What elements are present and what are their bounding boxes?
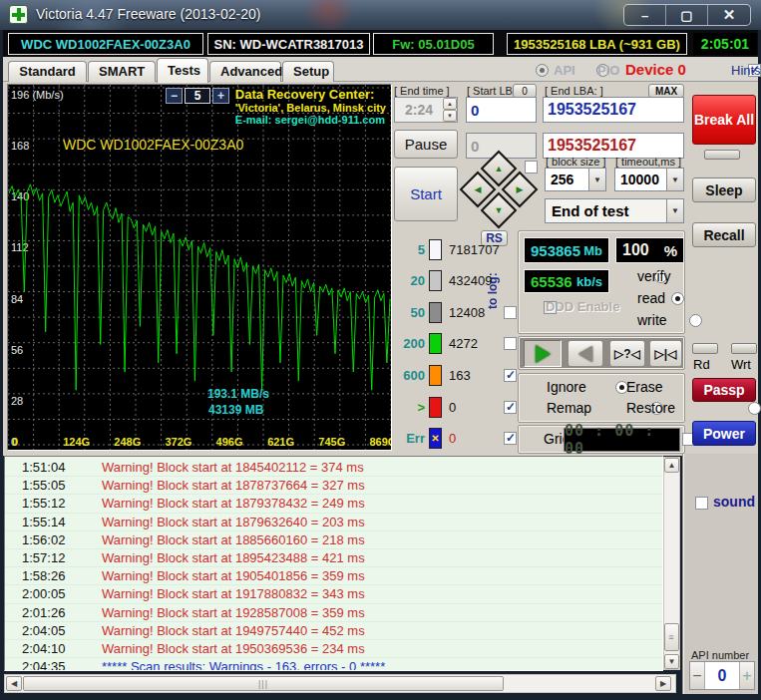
log-time: 2:01:26	[22, 605, 74, 620]
tab-tests[interactable]: Tests	[157, 58, 208, 83]
latency-count: 432409	[442, 273, 502, 288]
latency-threshold-label: 200	[395, 336, 425, 351]
sleep-button[interactable]: Sleep	[692, 177, 756, 202]
after-test-dropdown-icon[interactable]: ▼	[666, 199, 683, 222]
log-time: 1:51:04	[22, 460, 74, 475]
restore-radio[interactable]	[748, 402, 761, 415]
svg-text:28: 28	[11, 395, 23, 407]
app-icon	[9, 5, 28, 24]
end-lba-input[interactable]	[543, 97, 684, 123]
svg-text:0: 0	[12, 436, 18, 448]
graph-zoom-level: 5	[185, 88, 210, 104]
latency-count: 0	[442, 400, 502, 415]
after-test-action-dropdown[interactable]: End of test ▼	[545, 198, 684, 223]
hints-label: Hints	[731, 63, 761, 78]
log-horizontal-scrollbar[interactable]: ◀ ||| ▶	[4, 674, 676, 693]
maximize-button[interactable]: ▢	[666, 5, 708, 25]
seek-right-icon: ▶	[509, 178, 531, 200]
start-button[interactable]: Start	[394, 167, 458, 221]
pause-button[interactable]: Pause	[394, 130, 458, 159]
passp-button[interactable]: Passp	[692, 378, 756, 402]
busy-indicator	[704, 150, 740, 160]
sound-label: sound	[713, 494, 755, 510]
latency-log-checkbox[interactable]	[504, 369, 517, 382]
log-vertical-scrollbar[interactable]: ▲ ≡ ▼	[663, 457, 680, 670]
skip-to-defect-button[interactable]: ▷?◁	[609, 340, 645, 367]
drive-firmware: Fw: 05.01D05	[373, 33, 494, 55]
tab-smart[interactable]: SMART	[88, 61, 156, 82]
log-scroll-left-icon[interactable]: ◀	[6, 676, 22, 691]
timeout-dropdown[interactable]: 10000 ▼	[614, 168, 684, 191]
log-hthumb-grip: |||	[258, 679, 268, 689]
minimize-button[interactable]: –	[624, 5, 666, 25]
play-button[interactable]	[524, 340, 562, 367]
api-minus-button[interactable]: −	[690, 662, 705, 689]
skip-to-end-button[interactable]: ▷|◁	[649, 340, 682, 367]
latency-threshold-label: 600	[395, 368, 425, 383]
api-number-value: 0	[705, 662, 739, 689]
latency-threshold-label: Err	[395, 431, 425, 446]
api-radio[interactable]	[536, 64, 549, 77]
end-time-spinner[interactable]: 2:24 ▲ ▼	[394, 97, 458, 123]
log-scroll-thumb[interactable]: ≡	[664, 623, 679, 651]
log-row: 2:04:05 Warning! Block start at 19497574…	[5, 622, 662, 640]
break-all-button[interactable]: Break All	[692, 95, 756, 145]
countdown-timer: 00 : 00 : 00	[564, 428, 680, 452]
tab-standard[interactable]: Standard	[8, 61, 87, 82]
end-time-up-icon[interactable]: ▲	[443, 98, 457, 110]
svg-text:372G: 372G	[165, 436, 191, 448]
svg-text:621G: 621G	[267, 436, 294, 448]
end-lba-label: [ End LBA: ]	[545, 85, 603, 97]
block-size-dropdown[interactable]: 256 ▼	[545, 168, 606, 191]
power-button[interactable]: Power	[692, 421, 756, 446]
log-time: 1:57:12	[22, 550, 74, 565]
latency-row: 20 432409	[395, 269, 517, 293]
tab-setup[interactable]: Setup	[282, 61, 334, 82]
graph-zoom-out-button[interactable]: −	[166, 88, 183, 104]
block-size-dropdown-icon[interactable]: ▼	[588, 169, 605, 190]
log-message: Warning! Block start at 1879632640 = 203…	[102, 515, 365, 529]
sound-checkbox[interactable]	[695, 497, 708, 510]
log-row: 1:51:04 Warning! Block start at 18454021…	[5, 459, 662, 477]
graph-zoom-in-button[interactable]: +	[212, 88, 229, 104]
close-button[interactable]: ✕	[708, 5, 750, 25]
log-scroll-down-icon[interactable]: ▼	[664, 654, 679, 669]
step-back-icon	[578, 346, 592, 362]
latency-log-checkbox[interactable]	[504, 401, 517, 414]
latency-row: 5 7181707	[395, 237, 517, 261]
step-back-button[interactable]	[568, 340, 603, 367]
api-plus-button[interactable]: +	[739, 662, 754, 689]
speed-unit: kb/s	[576, 274, 602, 289]
end-time-label: [ End time ]	[394, 85, 450, 97]
write-radio[interactable]	[689, 314, 702, 327]
log-area: 1:51:04 Warning! Block start at 18454021…	[4, 456, 663, 671]
log-message: Warning! Block start at 1879378432 = 249…	[102, 496, 365, 511]
latency-log-checkbox[interactable]	[504, 306, 517, 319]
log-scroll-up-icon[interactable]: ▲	[664, 458, 679, 473]
api-label: API	[554, 63, 575, 78]
start-lba-zero-button[interactable]: 0	[513, 84, 537, 98]
end-lba-max-button[interactable]: MAX	[648, 84, 684, 98]
latency-log-checkbox[interactable]	[504, 337, 517, 350]
seek-option-checkbox[interactable]	[525, 161, 538, 174]
log-scroll-right-icon[interactable]: ▶	[655, 676, 671, 691]
block-size-label: [ block size ]	[546, 156, 606, 168]
latency-threshold-label: 20	[395, 273, 425, 288]
wrt-label: Wrt	[731, 357, 751, 372]
start-lba-input[interactable]	[466, 97, 537, 123]
drive-info-bar: WDC WD1002FAEX-00Z3A0 SN: WD-WCATR381701…	[3, 30, 758, 57]
recall-button[interactable]: Recall	[692, 222, 756, 247]
latency-count: 4272	[442, 336, 502, 351]
tab-advanced[interactable]: Advanced	[209, 61, 281, 82]
latency-row: 600 163	[395, 363, 517, 387]
log-message: Warning! Block start at 1949757440 = 452…	[102, 623, 365, 638]
window-controls: – ▢ ✕	[623, 4, 751, 26]
latency-row: Err ✕ 0	[395, 427, 517, 451]
log-hscroll-thumb[interactable]: |||	[23, 676, 504, 691]
log-row: 1:56:02 Warning! Block start at 18856601…	[5, 531, 662, 549]
timeout-label: [ timeout,ms ]	[615, 156, 681, 168]
timeout-dropdown-icon[interactable]: ▼	[666, 169, 683, 190]
latency-log-checkbox[interactable]	[504, 432, 517, 445]
end-time-down-icon[interactable]: ▼	[443, 110, 457, 122]
log-row: 1:55:14 Warning! Block start at 18796326…	[5, 514, 662, 531]
